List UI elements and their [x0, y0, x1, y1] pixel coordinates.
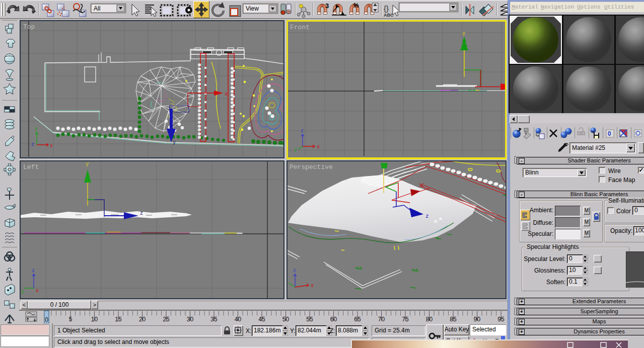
- svg-text:y: y: [173, 140, 176, 145]
- svg-text:{}: {}: [384, 4, 389, 13]
- svg-text:95: 95: [497, 316, 505, 323]
- svg-text:70: 70: [378, 316, 385, 323]
- svg-text:y: y: [35, 126, 38, 132]
- svg-text:z: z: [140, 211, 143, 216]
- svg-text:x: x: [225, 91, 228, 97]
- svg-text:0: 0: [45, 316, 48, 323]
- svg-text:65: 65: [354, 316, 361, 323]
- svg-text:z: z: [32, 268, 35, 274]
- svg-text:z: z: [293, 268, 296, 274]
- svg-text:50: 50: [282, 316, 290, 323]
- svg-text:35: 35: [210, 316, 218, 323]
- svg-text:x: x: [317, 144, 320, 150]
- svg-text:y: y: [21, 289, 24, 295]
- svg-text:z: z: [425, 213, 429, 219]
- svg-text:5: 5: [69, 316, 73, 323]
- svg-text:30: 30: [187, 316, 194, 323]
- svg-text:ABC: ABC: [384, 13, 394, 18]
- svg-text:15: 15: [115, 316, 122, 323]
- svg-text:25: 25: [163, 316, 170, 323]
- svg-text:90: 90: [474, 316, 481, 323]
- svg-text:x: x: [36, 288, 39, 294]
- svg-text:40: 40: [235, 316, 242, 323]
- svg-text:80: 80: [426, 316, 433, 323]
- svg-text:85: 85: [450, 316, 457, 323]
- svg-text:y: y: [294, 147, 297, 152]
- svg-text:0: 0: [608, 130, 611, 137]
- svg-text:y: y: [462, 30, 466, 36]
- svg-text:10: 10: [91, 316, 98, 323]
- svg-text:y: y: [86, 161, 89, 167]
- svg-text:x: x: [50, 143, 53, 149]
- svg-text:55: 55: [306, 316, 313, 323]
- svg-text:z: z: [301, 128, 304, 134]
- svg-text:3: 3: [325, 2, 329, 10]
- svg-text:45: 45: [258, 316, 265, 323]
- svg-text:20: 20: [139, 316, 146, 323]
- svg-text:60: 60: [330, 316, 337, 323]
- svg-text:x: x: [311, 283, 314, 289]
- svg-text:75: 75: [402, 316, 409, 323]
- svg-text:z: z: [31, 142, 34, 147]
- svg-text:%: %: [353, 2, 359, 9]
- svg-text:y: y: [288, 278, 288, 283]
